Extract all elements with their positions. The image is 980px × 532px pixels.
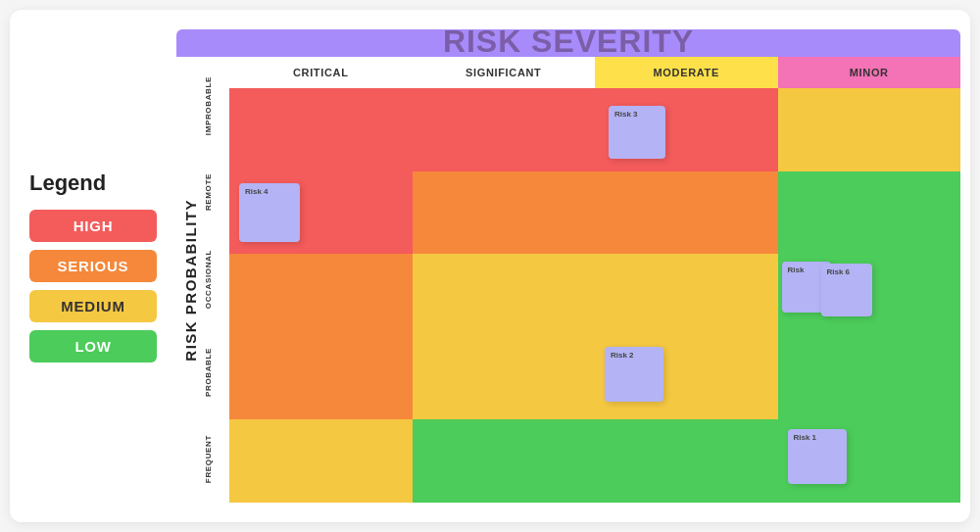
- cell-r4c0: [229, 419, 413, 503]
- sticky-risk4: Risk 4: [239, 183, 300, 242]
- y-axis-title: RISK PROBABILITY: [182, 199, 199, 362]
- col-header-significant: SIGNIFICANT: [413, 57, 596, 88]
- sticky-risk6: Risk 6: [821, 264, 872, 316]
- cell-r3c1: [413, 337, 596, 420]
- y-axis: RISK PROBABILITY FREQUENT PROBABLE OCCAS…: [176, 57, 229, 503]
- cell-r2c3: Risk Risk 6: [778, 254, 961, 337]
- cell-r4c2: [595, 419, 778, 503]
- cell-r0c3: [778, 88, 961, 171]
- legend-high: HIGH: [29, 210, 157, 242]
- col-headers: CRITICAL SIGNIFICANT MODERATE MINOR: [229, 57, 960, 88]
- cell-r1c3: [778, 171, 961, 255]
- chart-main: RISK PROBABILITY FREQUENT PROBABLE OCCAS…: [176, 57, 960, 503]
- cell-r2c1: [413, 254, 596, 337]
- legend-serious: SERIOUS: [29, 250, 157, 282]
- legend-title: Legend: [29, 170, 157, 196]
- chart-title-bar: RISK SEVERITY: [176, 29, 960, 57]
- col-header-moderate: MODERATE: [595, 57, 778, 88]
- chart-title: RISK SEVERITY: [443, 24, 694, 60]
- legend-low: LOW: [29, 330, 157, 363]
- cell-r0c1: [413, 88, 596, 171]
- cell-r3c2: Risk 2: [595, 337, 778, 420]
- y-label-frequent: FREQUENT: [204, 435, 229, 483]
- sticky-risk2: Risk 2: [605, 347, 663, 402]
- col-header-critical: CRITICAL: [229, 57, 413, 88]
- y-axis-title-wrapper: RISK PROBABILITY: [176, 57, 204, 503]
- cell-r0c0: [229, 88, 413, 171]
- cell-r2c2: [595, 254, 778, 337]
- cell-r3c3: [778, 337, 961, 420]
- y-label-probable: PROBABLE: [204, 348, 229, 397]
- cell-r1c1: [413, 171, 596, 255]
- chart-wrapper: RISK SEVERITY RISK PROBABILITY FREQUENT …: [176, 29, 960, 503]
- cell-r0c2: Risk 3: [595, 88, 778, 171]
- risk-grid: Risk 3 Risk 4 Risk: [229, 88, 960, 503]
- cell-r1c2: [595, 171, 778, 255]
- legend-panel: Legend HIGH SERIOUS MEDIUM LOW: [29, 170, 157, 363]
- y-label-occasional: OCCASIONAL: [204, 250, 229, 309]
- cell-r3c0: [229, 337, 413, 420]
- sticky-risk3: Risk 3: [609, 106, 665, 159]
- cell-r4c3: Risk 1: [778, 419, 961, 503]
- cell-r2c0: [229, 254, 413, 337]
- col-header-minor: MINOR: [778, 57, 961, 88]
- cell-r4c1: [413, 419, 596, 503]
- y-label-remote: REMOTE: [204, 173, 229, 211]
- grid-area: CRITICAL SIGNIFICANT MODERATE MINOR Risk…: [229, 57, 960, 503]
- cell-r1c0: Risk 4: [229, 171, 413, 255]
- legend-medium: MEDIUM: [29, 290, 157, 322]
- main-container: Legend HIGH SERIOUS MEDIUM LOW RISK SEVE…: [10, 10, 970, 522]
- y-axis-labels: FREQUENT PROBABLE OCCASIONAL REMOTE IMPR…: [204, 57, 229, 503]
- y-label-improbable: IMPROBABLE: [204, 76, 229, 135]
- sticky-risk1: Risk 1: [788, 429, 847, 484]
